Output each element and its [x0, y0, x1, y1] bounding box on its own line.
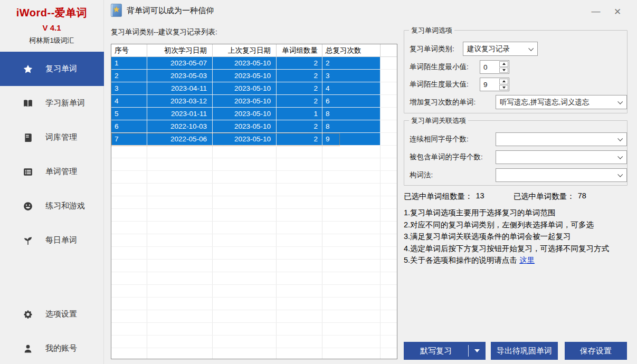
table-cell[interactable]: 2 [322, 57, 381, 69]
spin-up-icon[interactable] [499, 79, 508, 84]
table-cell[interactable]: 9 [322, 133, 381, 145]
table-cell[interactable]: 2023-01-11 [147, 108, 213, 120]
table-empty-cell [213, 209, 277, 221]
table-empty-cell [322, 184, 381, 196]
table-cell[interactable]: 2023-05-03 [147, 70, 213, 82]
table-empty-cell [381, 260, 397, 272]
review-mode-dropdown[interactable] [469, 349, 486, 352]
export-words-button[interactable]: 导出待巩固单词 [491, 342, 558, 360]
table-row[interactable]: 72022-05-062023-05-1029 [111, 133, 397, 146]
table-row[interactable]: 52023-01-112023-05-1018 [111, 108, 397, 120]
table-cell[interactable]: 2022-05-06 [147, 133, 213, 145]
table-empty-cell [213, 298, 277, 310]
table-cell[interactable]: 1 [111, 57, 147, 69]
min-unfamiliarity-stepper[interactable]: 0 [480, 60, 509, 74]
column-header[interactable]: 上次复习日期 [213, 44, 277, 56]
table-cell[interactable]: 2023-03-12 [147, 95, 213, 107]
table-cell[interactable]: 6 [322, 95, 381, 107]
table-cell[interactable]: 2023-05-07 [147, 57, 213, 69]
column-header[interactable]: 初次学习日期 [147, 44, 213, 56]
column-header-filler [381, 44, 397, 56]
table-cell[interactable]: 2023-05-10 [213, 82, 277, 94]
table-empty-row [111, 158, 397, 171]
table-cell[interactable]: 2023-05-10 [213, 120, 277, 132]
dropdown-arrow-icon [474, 349, 480, 352]
column-header[interactable]: 单词组数量 [277, 44, 322, 56]
sidebar-item-练习和游戏[interactable]: 练习和游戏 [0, 189, 104, 223]
spin-up-icon[interactable] [499, 61, 508, 67]
table-row[interactable]: 62022-10-032023-05-1028 [111, 120, 397, 133]
table-cell[interactable]: 2 [277, 133, 322, 145]
related-option-select[interactable] [496, 150, 627, 164]
sidebar-item-选项设置[interactable]: 选项设置 [0, 297, 104, 331]
related-option-select[interactable] [496, 168, 627, 182]
table-cell[interactable]: 2 [111, 70, 147, 82]
sidebar-item-每日单词[interactable]: 每日单词 [0, 223, 104, 257]
table-cell[interactable]: 2 [277, 57, 322, 69]
table-empty-cell [111, 336, 147, 348]
category-select[interactable]: 建议复习记录 [463, 42, 538, 56]
table-empty-cell [381, 158, 397, 170]
table-cell[interactable]: 2023-05-10 [213, 70, 277, 82]
chevron-down-icon [617, 99, 623, 104]
table-cell[interactable]: 6 [111, 120, 147, 132]
table-cell[interactable]: 2023-05-10 [213, 133, 277, 145]
table-empty-cell [213, 285, 277, 297]
review-options-group: 复习单词选项 复习单词类别: 建议复习记录 单词陌生度最小值: 0 单词陌生度最… [404, 30, 628, 113]
category-label: 复习单词类别: [410, 44, 454, 54]
table-cell[interactable]: 3 [111, 82, 147, 94]
sidebar-item-label: 复习单词 [45, 64, 77, 74]
column-header[interactable]: 序号 [111, 44, 147, 56]
table-cell[interactable]: 2023-04-11 [147, 82, 213, 94]
increase-review-select[interactable]: 听写遗忘,拼写遗忘,词义遗忘 [496, 95, 627, 109]
table-cell[interactable]: 4 [111, 95, 147, 107]
table-cell[interactable]: 1 [277, 108, 322, 120]
max-unfamiliarity-stepper[interactable]: 9 [480, 78, 509, 91]
table-row[interactable]: 22023-05-032023-05-1023 [111, 70, 397, 82]
table-cell[interactable]: 2 [277, 95, 322, 107]
column-header[interactable]: 总复习次数 [322, 44, 381, 56]
table-empty-row [111, 336, 397, 348]
table-empty-cell [381, 171, 397, 183]
sidebar-item-我的账号[interactable]: 我的账号 [0, 331, 104, 364]
spin-down-icon[interactable] [499, 85, 508, 91]
table-empty-cell [147, 196, 213, 208]
sidebar-item-复习单词[interactable]: 复习单词 [0, 52, 104, 86]
related-option-select[interactable] [496, 132, 627, 146]
table-cell[interactable]: 7 [111, 133, 147, 145]
table-row[interactable]: 42023-03-122023-05-1026 [111, 95, 397, 108]
table-empty-cell [147, 171, 213, 183]
table-cell[interactable]: 8 [322, 108, 381, 120]
table-cell[interactable]: 2023-05-10 [213, 108, 277, 120]
save-settings-button[interactable]: 保存设置 [565, 342, 627, 360]
table-cell[interactable]: 3 [322, 70, 381, 82]
sidebar-item-学习新单词[interactable]: 学习新单词 [0, 86, 104, 120]
sidebar-item-词库管理[interactable]: 词库管理 [0, 120, 104, 155]
table-empty-cell [277, 336, 322, 348]
dictation-review-button[interactable]: 默写复习 [404, 342, 486, 360]
table-empty-cell [111, 272, 147, 284]
table-cell[interactable]: 5 [111, 108, 147, 120]
table-empty-cell [322, 260, 381, 272]
table-cell[interactable]: 2 [277, 82, 322, 94]
table-empty-cell [322, 171, 381, 183]
table-cell[interactable]: 2022-10-03 [147, 120, 213, 132]
review-list-label: 复习单词类别--建议复习记录列表: [111, 27, 217, 37]
review-records-table[interactable]: 序号初次学习日期上次复习日期单词组数量总复习次数12023-05-072023-… [111, 44, 397, 359]
selected-words-value: 78 [578, 191, 586, 202]
help-link[interactable]: 这里 [519, 256, 535, 264]
table-cell[interactable]: 8 [322, 120, 381, 132]
spin-down-icon[interactable] [499, 68, 508, 73]
table-cell[interactable]: 2023-05-10 [213, 95, 277, 107]
table-empty-cell [381, 298, 397, 310]
table-row[interactable]: 32023-04-112023-05-1024 [111, 82, 397, 95]
table-cell[interactable]: 2 [277, 70, 322, 82]
table-cell[interactable]: 4 [322, 82, 381, 94]
table-empty-cell [277, 171, 322, 183]
table-cell[interactable]: 2023-05-10 [213, 57, 277, 69]
sidebar-item-单词管理[interactable]: 单词管理 [0, 155, 104, 189]
table-empty-cell [277, 158, 322, 170]
table-row[interactable]: 12023-05-072023-05-1022 [111, 57, 397, 70]
table-cell[interactable]: 2 [277, 120, 322, 132]
table-empty-cell [381, 285, 397, 297]
